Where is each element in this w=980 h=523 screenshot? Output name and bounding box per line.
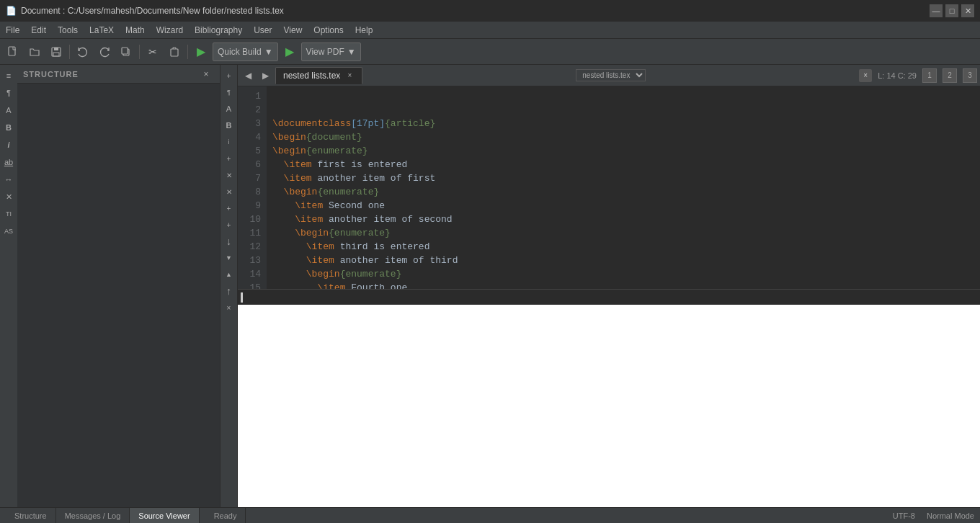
menu-item-user[interactable]: User: [248, 22, 277, 39]
sidebar-icon-text[interactable]: TI: [1, 206, 17, 222]
editor-area: ◀ ▶ nested lists.tex × nested lists.tex …: [238, 65, 980, 507]
sidebar-icon-info[interactable]: i: [1, 137, 17, 153]
menu-item-view[interactable]: View: [278, 22, 308, 39]
struct-italic-btn[interactable]: i: [221, 134, 237, 150]
line-number-5: 5: [238, 144, 261, 158]
line-number-2: 2: [238, 103, 261, 117]
struct-plus3-btn[interactable]: +: [221, 200, 237, 216]
view-split-3-button[interactable]: 3: [963, 68, 977, 83]
tab-nested-lists[interactable]: nested lists.tex ×: [275, 67, 362, 84]
code-line-11[interactable]: \item another item of third: [272, 254, 974, 267]
code-line-5[interactable]: \item another item of first: [272, 171, 974, 185]
struct-chevdown-btn[interactable]: ▼: [221, 250, 237, 266]
struct-x2-btn[interactable]: ✕: [221, 184, 237, 200]
menu-item-options[interactable]: Options: [308, 22, 349, 39]
save-file-button[interactable]: [46, 42, 66, 62]
code-line-8[interactable]: \item another item of second: [272, 213, 974, 226]
undo-button[interactable]: [73, 42, 93, 62]
tab-dropdown-select[interactable]: nested lists.tex: [576, 69, 646, 81]
code-line-13[interactable]: \item Fourth one: [272, 281, 974, 289]
sidebar: ≡ ¶ A B i ab ↔ ✕ TI AS STRUCTURE × + ¶ A…: [0, 65, 238, 507]
app-icon: 📄: [6, 6, 17, 16]
new-file-button[interactable]: [3, 42, 23, 62]
menu-item-tools[interactable]: Tools: [52, 22, 84, 39]
titlebar: 📄 Document : C:/Users/mahesh/Documents/N…: [0, 0, 980, 22]
struct-x1-btn[interactable]: ✕: [221, 167, 237, 183]
struct-plus4-btn[interactable]: +: [221, 217, 237, 233]
struct-font-btn[interactable]: A: [221, 101, 237, 117]
main-layout: ≡ ¶ A B i ab ↔ ✕ TI AS STRUCTURE × + ¶ A…: [0, 65, 980, 507]
menu-item-help[interactable]: Help: [349, 22, 379, 39]
code-line-7[interactable]: \item Second one: [272, 199, 974, 213]
titlebar-left: 📄 Document : C:/Users/mahesh/Documents/N…: [6, 6, 284, 16]
sidebar-icon-font[interactable]: A: [1, 102, 17, 118]
run-button[interactable]: ▶: [191, 42, 211, 62]
code-content[interactable]: \documentclass[17pt]{article}\begin{docu…: [267, 86, 980, 289]
struct-down-btn[interactable]: ↓: [221, 233, 237, 249]
struct-plus2-btn[interactable]: +: [221, 151, 237, 166]
svg-rect-6: [171, 49, 178, 56]
copy-document-button[interactable]: [116, 42, 136, 62]
struct-chevup-btn[interactable]: ▲: [221, 267, 237, 282]
redo-button[interactable]: [94, 42, 115, 62]
run-forward-button[interactable]: ▶: [280, 42, 300, 62]
quickbuild-dropdown-icon: ▼: [264, 47, 273, 57]
toolbar: ✂ ▶ Quick Build ▼ ▶ View PDF ▼: [0, 39, 980, 65]
code-line-9[interactable]: \begin{enumerate}: [272, 226, 974, 240]
code-line-2[interactable]: \begin{document}: [272, 130, 974, 144]
code-line-12[interactable]: \begin{enumerate}: [272, 267, 974, 281]
editor-close-button[interactable]: ×: [859, 69, 872, 82]
quickbuild-dropdown[interactable]: Quick Build ▼: [213, 43, 278, 61]
sidebar-icon-cross[interactable]: ✕: [1, 189, 17, 205]
minimize-button[interactable]: —: [930, 4, 943, 17]
paste-button[interactable]: [164, 42, 184, 62]
svg-rect-2: [54, 48, 58, 50]
code-editor[interactable]: 1234567891011121314151617181920 \documen…: [238, 86, 980, 289]
status-tab-messages[interactable]: Messages / Log: [56, 508, 130, 524]
structure-close-button[interactable]: ×: [198, 66, 214, 82]
open-file-button[interactable]: [24, 42, 45, 62]
sidebar-left-icons: ≡ ¶ A B i ab ↔ ✕ TI AS: [0, 65, 17, 507]
tab-filename: nested lists.tex: [283, 71, 340, 81]
maximize-button[interactable]: □: [945, 4, 958, 17]
status-tab-source-viewer[interactable]: Source Viewer: [130, 508, 199, 524]
sidebar-icon-bold[interactable]: B: [1, 120, 17, 135]
line-number-4: 4: [238, 130, 261, 144]
menu-item-latex[interactable]: LaTeX: [84, 22, 120, 39]
menu-item-wizard[interactable]: Wizard: [151, 22, 189, 39]
menu-item-file[interactable]: File: [0, 22, 25, 39]
struct-ref-btn[interactable]: ¶: [221, 84, 237, 100]
view-split-1-button[interactable]: 1: [922, 68, 937, 83]
sidebar-icon-para[interactable]: ¶: [1, 85, 17, 101]
cut-button[interactable]: ✂: [143, 42, 163, 62]
line-numbers: 1234567891011121314151617181920: [238, 86, 267, 289]
status-tab-structure[interactable]: Structure: [6, 508, 56, 524]
sidebar-icon-as[interactable]: AS: [1, 223, 17, 239]
code-line-1[interactable]: \documentclass[17pt]{article}: [272, 117, 974, 130]
menu-item-bibliography[interactable]: Bibliography: [189, 22, 248, 39]
tab-close-button[interactable]: ×: [344, 71, 355, 81]
menu-item-edit[interactable]: Edit: [25, 22, 52, 39]
line-number-13: 13: [238, 254, 261, 267]
view-split-2-button[interactable]: 2: [943, 68, 957, 83]
sidebar-icon-list[interactable]: ≡: [1, 68, 17, 84]
line-number-7: 7: [238, 171, 261, 185]
sidebar-icon-arrow[interactable]: ↔: [1, 171, 17, 187]
tab-next-button[interactable]: ▶: [258, 68, 272, 83]
viewpdf-dropdown[interactable]: View PDF ▼: [301, 43, 361, 61]
sidebar-icon-underline[interactable]: ab: [1, 154, 17, 170]
code-line-6[interactable]: \begin{enumerate}: [272, 185, 974, 199]
struct-add-btn[interactable]: +: [221, 68, 237, 84]
code-line-10[interactable]: \item third is entered: [272, 240, 974, 254]
struct-collapse-btn[interactable]: ×: [221, 300, 237, 316]
menu-item-math[interactable]: Math: [120, 22, 151, 39]
encoding-label: UTF-8: [893, 511, 915, 520]
tab-prev-button[interactable]: ◀: [241, 68, 255, 83]
code-line-3[interactable]: \begin{enumerate}: [272, 144, 974, 158]
line-number-14: 14: [238, 267, 261, 281]
struct-up-btn[interactable]: ↑: [221, 283, 237, 299]
code-line-4[interactable]: \item first is entered: [272, 158, 974, 171]
statusbar-right: UTF-8 Normal Mode: [893, 511, 974, 520]
struct-bold-btn[interactable]: B: [221, 117, 237, 133]
close-window-button[interactable]: ✕: [961, 4, 974, 17]
